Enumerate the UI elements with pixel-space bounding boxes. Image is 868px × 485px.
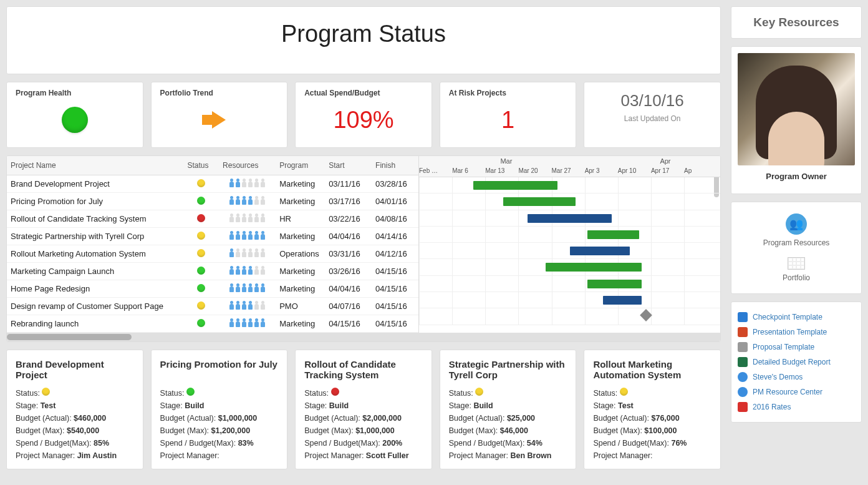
col-start[interactable]: Start <box>325 156 372 175</box>
table-row[interactable]: Rollout Marketing Automation SystemOpera… <box>7 245 418 263</box>
table-row[interactable]: Brand Development ProjectMarketing03/11/… <box>7 175 418 193</box>
finish-cell: 04/15/16 <box>372 298 418 315</box>
gantt-bar[interactable] <box>546 263 642 272</box>
project-card[interactable]: Pricing Promotion for JulyStatus: Stage:… <box>151 350 288 469</box>
gantt-bar[interactable] <box>503 197 576 206</box>
gantt-row[interactable] <box>419 308 720 325</box>
gantt-row[interactable] <box>419 210 720 227</box>
gantt-bar[interactable] <box>587 280 642 288</box>
project-name-cell[interactable]: Rollout Marketing Automation System <box>7 245 183 263</box>
status-cell <box>183 193 219 210</box>
card-row: Stage: Build <box>304 401 423 410</box>
project-name-cell[interactable]: Marketing Campaign Launch <box>7 263 183 280</box>
resource-link[interactable]: Checkpoint Template <box>738 310 855 325</box>
gantt-bar[interactable] <box>587 230 639 239</box>
link-label: Steve's Demos <box>753 373 803 381</box>
card-row: Budget (Max): $540,000 <box>16 426 134 435</box>
people-icon <box>229 301 266 310</box>
card-row: Budget (Actual): $76,000 <box>593 414 711 423</box>
table-row[interactable]: Home Page RedesignMarketing04/04/1604/15… <box>7 280 418 298</box>
project-name-cell[interactable]: Rebranding launch <box>7 315 183 333</box>
start-cell: 03/22/16 <box>325 210 372 228</box>
table-row[interactable]: Rebranding launchMarketing04/15/1604/15/… <box>7 315 418 333</box>
program-cell: Marketing <box>276 175 325 193</box>
link-label: Proposal Template <box>753 343 814 351</box>
gantt-row[interactable] <box>419 276 720 292</box>
grid-icon[interactable] <box>788 257 805 270</box>
resource-link[interactable]: PM Resource Center <box>738 385 855 399</box>
status-dot-icon <box>197 179 205 187</box>
gantt-bar[interactable] <box>473 181 557 190</box>
table-row[interactable]: Design revamp of Customer Support PagePM… <box>7 298 418 315</box>
scrollbar-thumb[interactable] <box>7 334 132 340</box>
program-resources-link[interactable]: Program Resources <box>738 238 855 247</box>
gantt-row[interactable] <box>419 243 720 259</box>
col-program[interactable]: Program <box>276 156 325 175</box>
resource-link[interactable]: Proposal Template <box>738 340 855 355</box>
card-row: Budget (Actual): $25,000 <box>449 414 567 423</box>
milestone-icon[interactable] <box>640 309 653 321</box>
kpi-trend-label: Portfolio Trend <box>160 89 279 97</box>
col-name[interactable]: Project Name <box>7 156 183 175</box>
resource-link[interactable]: Detailed Budget Report <box>738 355 855 370</box>
start-cell: 03/11/16 <box>325 175 372 193</box>
card-row: Budget (Actual): $1,000,000 <box>160 414 279 423</box>
gantt-row[interactable] <box>419 292 720 308</box>
people-icon[interactable]: 👥 <box>786 213 807 235</box>
table-row[interactable]: Strategic Partnership with Tyrell CorpMa… <box>7 228 418 245</box>
project-name-cell[interactable]: Design revamp of Customer Support Page <box>7 298 183 315</box>
program-cell: Marketing <box>276 263 325 280</box>
project-card[interactable]: Rollout of Candidate Tracking SystemStat… <box>295 350 432 469</box>
project-name-cell[interactable]: Pricing Promotion for July <box>7 193 183 210</box>
table-row[interactable]: Pricing Promotion for JulyMarketing03/17… <box>7 193 418 210</box>
kpi-atrisk-value: 1 <box>501 107 514 134</box>
resources-cell <box>219 193 276 210</box>
kpi-row: Program Health Portfolio Trend Actual Sp… <box>6 82 721 148</box>
portfolio-link[interactable]: Portfolio <box>738 273 855 282</box>
project-name-cell[interactable]: Home Page Redesign <box>7 280 183 298</box>
resources-cell <box>219 228 276 245</box>
kpi-spend-value: 109% <box>333 107 393 134</box>
project-name-cell[interactable]: Brand Development Project <box>7 175 183 193</box>
status-dot-icon <box>197 232 205 240</box>
table-row[interactable]: Rollout of Candidate Tracking SystemHR03… <box>7 210 418 228</box>
resource-link[interactable]: Presentation Template <box>738 325 855 340</box>
gantt-row[interactable] <box>419 227 720 243</box>
card-row: Project Manager: Ben Brown <box>449 451 567 460</box>
file-icon <box>738 372 748 382</box>
finish-cell: 04/15/16 <box>372 280 418 298</box>
col-finish[interactable]: Finish <box>372 156 418 175</box>
gantt-row[interactable] <box>419 177 720 194</box>
gantt-bar[interactable] <box>603 296 642 305</box>
card-title: Brand Development Project <box>16 359 134 381</box>
card-row: Budget (Max): $1,000,000 <box>304 426 423 435</box>
finish-cell: 04/15/16 <box>372 263 418 280</box>
program-cell: Marketing <box>276 228 325 245</box>
project-card[interactable]: Rollout Marketing Automation SystemStatu… <box>584 350 721 469</box>
card-row: Stage: Test <box>16 401 134 410</box>
program-cell: Marketing <box>276 315 325 333</box>
status-dot-icon <box>42 388 50 396</box>
col-resources[interactable]: Resources <box>219 156 276 175</box>
resource-link[interactable]: Steve's Demos <box>738 370 855 385</box>
col-status[interactable]: Status <box>183 156 219 175</box>
gantt-bar[interactable] <box>528 214 612 223</box>
table-row[interactable]: Marketing Campaign LaunchMarketing03/26/… <box>7 263 418 280</box>
project-card[interactable]: Strategic Partnership with Tyrell CorpSt… <box>440 350 577 469</box>
resource-link[interactable]: 2016 Rates <box>738 399 855 414</box>
gantt-row[interactable] <box>419 194 720 210</box>
status-cell <box>183 245 219 263</box>
finish-cell: 04/01/16 <box>372 193 418 210</box>
horizontal-scrollbar[interactable] <box>7 333 720 341</box>
project-card[interactable]: Brand Development ProjectStatus: Stage: … <box>6 350 143 469</box>
gantt-row[interactable] <box>419 259 720 275</box>
gantt-bar[interactable] <box>570 247 630 255</box>
project-name-cell[interactable]: Rollout of Candidate Tracking System <box>7 210 183 228</box>
link-label: Presentation Template <box>753 328 827 336</box>
status-cell <box>183 210 219 228</box>
file-icon <box>738 312 748 322</box>
kpi-updated: 03/10/16 Last Updated On <box>584 82 721 148</box>
status-cell <box>183 228 219 245</box>
card-row: Budget (Actual): $2,000,000 <box>304 414 423 423</box>
project-name-cell[interactable]: Strategic Partnership with Tyrell Corp <box>7 228 183 245</box>
